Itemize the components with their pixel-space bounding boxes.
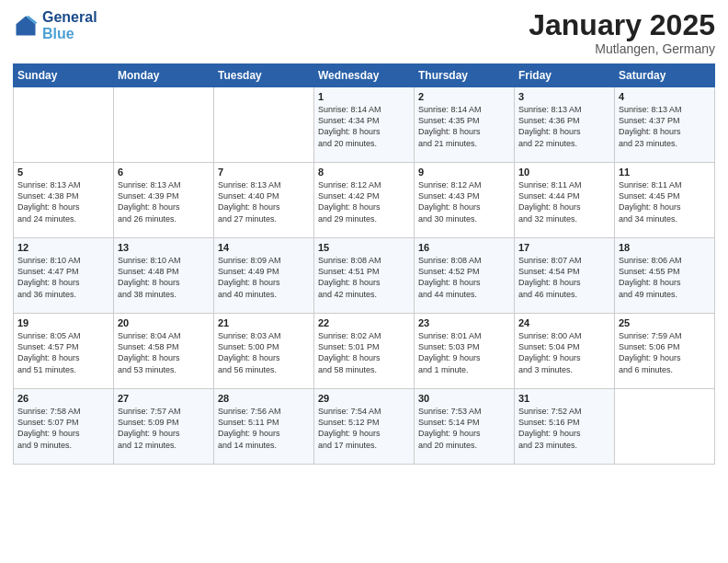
cell-info: Sunrise: 8:13 AM Sunset: 4:36 PM Dayligh…: [518, 104, 610, 149]
calendar-week-4: 19Sunrise: 8:05 AM Sunset: 4:57 PM Dayli…: [14, 314, 715, 389]
cell-info: Sunrise: 8:03 AM Sunset: 5:00 PM Dayligh…: [218, 330, 310, 375]
cell-info: Sunrise: 7:56 AM Sunset: 5:11 PM Dayligh…: [218, 406, 310, 451]
day-number: 16: [418, 242, 510, 253]
calendar-cell-2-3: 7Sunrise: 8:13 AM Sunset: 4:40 PM Daylig…: [214, 163, 314, 238]
cell-info: Sunrise: 8:13 AM Sunset: 4:39 PM Dayligh…: [118, 179, 210, 224]
cell-info: Sunrise: 8:04 AM Sunset: 4:58 PM Dayligh…: [118, 330, 210, 375]
day-number: 30: [418, 393, 510, 404]
day-number: 12: [17, 242, 109, 253]
header-day-tuesday: Tuesday: [214, 64, 314, 87]
month-title: January 2025: [529, 9, 715, 41]
calendar-cell-4-7: 25Sunrise: 7:59 AM Sunset: 5:06 PM Dayli…: [615, 314, 715, 389]
cell-info: Sunrise: 8:02 AM Sunset: 5:01 PM Dayligh…: [318, 330, 410, 375]
calendar-cell-4-1: 19Sunrise: 8:05 AM Sunset: 4:57 PM Dayli…: [14, 314, 114, 389]
day-number: 25: [619, 317, 711, 328]
logo-text-line1: General: [42, 9, 97, 26]
cell-info: Sunrise: 8:12 AM Sunset: 4:42 PM Dayligh…: [318, 179, 410, 224]
cell-info: Sunrise: 8:08 AM Sunset: 4:51 PM Dayligh…: [318, 255, 410, 300]
location: Mutlangen, Germany: [529, 41, 715, 56]
calendar-cell-3-7: 18Sunrise: 8:06 AM Sunset: 4:55 PM Dayli…: [615, 238, 715, 314]
calendar-week-5: 26Sunrise: 7:58 AM Sunset: 5:07 PM Dayli…: [14, 389, 715, 465]
day-number: 21: [218, 317, 310, 328]
day-number: 13: [118, 242, 210, 253]
cell-info: Sunrise: 8:14 AM Sunset: 4:35 PM Dayligh…: [418, 104, 510, 149]
cell-info: Sunrise: 7:57 AM Sunset: 5:09 PM Dayligh…: [118, 406, 210, 451]
calendar-cell-4-4: 22Sunrise: 8:02 AM Sunset: 5:01 PM Dayli…: [314, 314, 415, 389]
cell-info: Sunrise: 8:01 AM Sunset: 5:03 PM Dayligh…: [418, 330, 510, 375]
calendar-cell-2-5: 9Sunrise: 8:12 AM Sunset: 4:43 PM Daylig…: [415, 163, 515, 238]
calendar-cell-4-5: 23Sunrise: 8:01 AM Sunset: 5:03 PM Dayli…: [415, 314, 515, 389]
cell-info: Sunrise: 8:10 AM Sunset: 4:48 PM Dayligh…: [118, 255, 210, 300]
calendar-cell-1-4: 1Sunrise: 8:14 AM Sunset: 4:34 PM Daylig…: [314, 87, 415, 163]
day-number: 20: [118, 317, 210, 328]
calendar-cell-5-2: 27Sunrise: 7:57 AM Sunset: 5:09 PM Dayli…: [114, 389, 214, 465]
calendar-cell-4-2: 20Sunrise: 8:04 AM Sunset: 4:58 PM Dayli…: [114, 314, 214, 389]
day-number: 26: [17, 393, 109, 404]
cell-info: Sunrise: 8:13 AM Sunset: 4:38 PM Dayligh…: [17, 179, 109, 224]
calendar-week-1: 1Sunrise: 8:14 AM Sunset: 4:34 PM Daylig…: [14, 87, 715, 163]
day-number: 18: [619, 242, 711, 253]
header-day-sunday: Sunday: [14, 64, 114, 87]
calendar-cell-1-1: [14, 87, 114, 163]
day-number: 29: [318, 393, 410, 404]
calendar-cell-3-1: 12Sunrise: 8:10 AM Sunset: 4:47 PM Dayli…: [14, 238, 114, 314]
day-number: 27: [118, 393, 210, 404]
day-number: 7: [218, 167, 310, 178]
calendar-cell-5-7: [615, 389, 715, 465]
cell-info: Sunrise: 8:13 AM Sunset: 4:37 PM Dayligh…: [619, 104, 711, 149]
calendar-cell-2-7: 11Sunrise: 8:11 AM Sunset: 4:45 PM Dayli…: [615, 163, 715, 238]
title-block: January 2025 Mutlangen, Germany: [529, 9, 715, 56]
header-day-wednesday: Wednesday: [314, 64, 415, 87]
header-day-monday: Monday: [114, 64, 214, 87]
day-number: 11: [619, 167, 711, 178]
cell-info: Sunrise: 8:09 AM Sunset: 4:49 PM Dayligh…: [218, 255, 310, 300]
calendar-cell-5-5: 30Sunrise: 7:53 AM Sunset: 5:14 PM Dayli…: [415, 389, 515, 465]
cell-info: Sunrise: 7:52 AM Sunset: 5:16 PM Dayligh…: [518, 406, 610, 451]
logo-text-line2: Blue: [42, 26, 97, 42]
day-number: 28: [218, 393, 310, 404]
cell-info: Sunrise: 8:06 AM Sunset: 4:55 PM Dayligh…: [619, 255, 711, 300]
page-container: General Blue January 2025 Mutlangen, Ger…: [0, 0, 728, 474]
cell-info: Sunrise: 7:58 AM Sunset: 5:07 PM Dayligh…: [17, 406, 109, 451]
day-number: 6: [118, 167, 210, 178]
calendar-cell-5-6: 31Sunrise: 7:52 AM Sunset: 5:16 PM Dayli…: [515, 389, 615, 465]
calendar-cell-2-4: 8Sunrise: 8:12 AM Sunset: 4:42 PM Daylig…: [314, 163, 415, 238]
day-number: 5: [17, 167, 109, 178]
calendar-cell-1-3: [214, 87, 314, 163]
logo: General Blue: [13, 9, 97, 43]
calendar-cell-3-3: 14Sunrise: 8:09 AM Sunset: 4:49 PM Dayli…: [214, 238, 314, 314]
day-number: 15: [318, 242, 410, 253]
header-day-friday: Friday: [515, 64, 615, 87]
calendar-cell-2-1: 5Sunrise: 8:13 AM Sunset: 4:38 PM Daylig…: [14, 163, 114, 238]
day-number: 8: [318, 167, 410, 178]
calendar-cell-2-2: 6Sunrise: 8:13 AM Sunset: 4:39 PM Daylig…: [114, 163, 214, 238]
cell-info: Sunrise: 8:08 AM Sunset: 4:52 PM Dayligh…: [418, 255, 510, 300]
day-number: 14: [218, 242, 310, 253]
cell-info: Sunrise: 8:13 AM Sunset: 4:40 PM Dayligh…: [218, 179, 310, 224]
calendar-cell-3-5: 16Sunrise: 8:08 AM Sunset: 4:52 PM Dayli…: [415, 238, 515, 314]
header-day-saturday: Saturday: [615, 64, 715, 87]
calendar-cell-3-4: 15Sunrise: 8:08 AM Sunset: 4:51 PM Dayli…: [314, 238, 415, 314]
calendar-cell-1-7: 4Sunrise: 8:13 AM Sunset: 4:37 PM Daylig…: [615, 87, 715, 163]
cell-info: Sunrise: 7:59 AM Sunset: 5:06 PM Dayligh…: [619, 330, 711, 375]
day-number: 17: [518, 242, 610, 253]
cell-info: Sunrise: 8:11 AM Sunset: 4:44 PM Dayligh…: [518, 179, 610, 224]
cell-info: Sunrise: 8:05 AM Sunset: 4:57 PM Dayligh…: [17, 330, 109, 375]
day-number: 9: [418, 167, 510, 178]
cell-info: Sunrise: 7:54 AM Sunset: 5:12 PM Dayligh…: [318, 406, 410, 451]
calendar-cell-4-3: 21Sunrise: 8:03 AM Sunset: 5:00 PM Dayli…: [214, 314, 314, 389]
day-number: 23: [418, 317, 510, 328]
calendar-cell-1-2: [114, 87, 214, 163]
day-number: 24: [518, 317, 610, 328]
day-number: 1: [318, 91, 410, 102]
calendar-cell-5-1: 26Sunrise: 7:58 AM Sunset: 5:07 PM Dayli…: [14, 389, 114, 465]
day-number: 19: [17, 317, 109, 328]
calendar-cell-2-6: 10Sunrise: 8:11 AM Sunset: 4:44 PM Dayli…: [515, 163, 615, 238]
header: General Blue January 2025 Mutlangen, Ger…: [13, 9, 715, 56]
calendar-cell-3-6: 17Sunrise: 8:07 AM Sunset: 4:54 PM Dayli…: [515, 238, 615, 314]
day-number: 3: [518, 91, 610, 102]
calendar-cell-1-6: 3Sunrise: 8:13 AM Sunset: 4:36 PM Daylig…: [515, 87, 615, 163]
calendar-cell-5-3: 28Sunrise: 7:56 AM Sunset: 5:11 PM Dayli…: [214, 389, 314, 465]
cell-info: Sunrise: 8:07 AM Sunset: 4:54 PM Dayligh…: [518, 255, 610, 300]
calendar-header-row: SundayMondayTuesdayWednesdayThursdayFrid…: [14, 64, 715, 87]
